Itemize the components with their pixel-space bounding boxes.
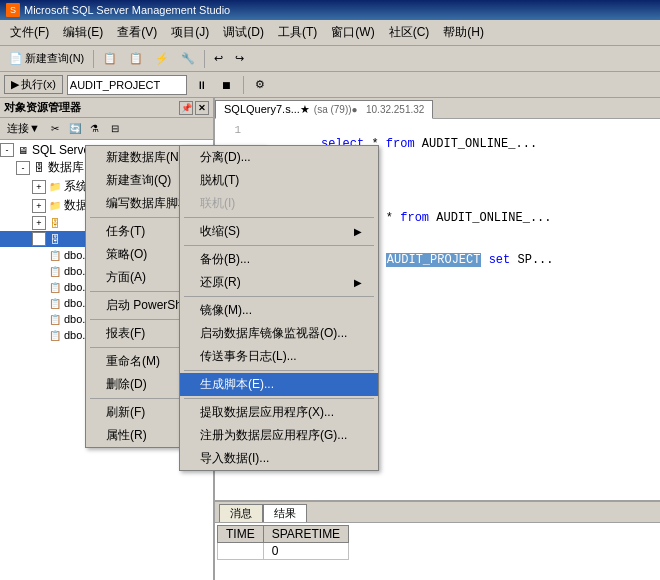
results-col-time: TIME (218, 526, 264, 543)
databases-label: 数据库 (48, 159, 84, 176)
results-tab-bar: 消息 结果 (215, 502, 660, 523)
toolbar-btn-4[interactable]: 🔧 (176, 49, 200, 68)
oe-toolbar: 连接▼ ✂ 🔄 ⚗ ⊟ (0, 118, 213, 140)
app-icon: S (6, 3, 20, 17)
query-toolbar: ▶ 执行(x) ⏸ ⏹ ⚙ (0, 72, 660, 98)
toolbar2-sep (243, 76, 244, 94)
sub-restore[interactable]: 还原(R) ▶ (180, 271, 378, 294)
sub-sep-3 (184, 296, 374, 297)
system-db-icon: 📁 (48, 180, 62, 194)
title-bar: S Microsoft SQL Server Management Studio (0, 0, 660, 20)
table-icon-3: 📋 (48, 280, 62, 294)
oe-filter-button[interactable]: ⚗ (86, 120, 104, 138)
main-toolbar: 📄 新建查询(N) 📋 📋 ⚡ 🔧 ↩ ↪ (0, 46, 660, 72)
menu-file[interactable]: 文件(F) (4, 22, 55, 43)
menu-project[interactable]: 项目(J) (165, 22, 215, 43)
results-tab-messages[interactable]: 消息 (219, 504, 263, 522)
sub-sep-2 (184, 245, 374, 246)
oe-title: 对象资源管理器 (4, 100, 81, 115)
menu-edit[interactable]: 编辑(E) (57, 22, 109, 43)
sub-generate-scripts[interactable]: 生成脚本(E)... (180, 373, 378, 396)
toolbar2-btn-2[interactable]: ⏹ (216, 76, 237, 94)
menu-community[interactable]: 社区(C) (383, 22, 436, 43)
sub-shrink[interactable]: 收缩(S) ▶ (180, 220, 378, 243)
results-tab-results[interactable]: 结果 (263, 504, 307, 522)
tasks-submenu: 分离(D)... 脱机(T) 联机(I) 收缩(S) ▶ 备份(B)... 还原… (179, 145, 379, 471)
oe-disconnect-button[interactable]: ✂ (46, 120, 64, 138)
sub-register-dac[interactable]: 注册为数据层应用程序(G)... (180, 424, 378, 447)
toolbar-btn-1[interactable]: 📋 (98, 49, 122, 68)
sql-tab-server: (sa (79))● 10.32.251.32 (314, 104, 425, 115)
toolbar-sep-1 (93, 50, 94, 68)
menu-window[interactable]: 窗口(W) (325, 22, 380, 43)
panel-close-button[interactable]: ✕ (195, 101, 209, 115)
toolbar-btn-6[interactable]: ↪ (230, 49, 249, 68)
databases-icon: 🗄 (32, 161, 46, 175)
oe-title-bar: 对象资源管理器 📌 ✕ (0, 98, 213, 118)
sub-restore-arrow: ▶ (354, 277, 362, 288)
sub-extract-dac[interactable]: 提取数据层应用程序(X)... (180, 401, 378, 424)
table-icon-5: 📋 (48, 312, 62, 326)
sub-import-data[interactable]: 导入数据(I)... (180, 447, 378, 470)
server-icon: 🖥 (16, 143, 30, 157)
oe-connect-label[interactable]: 连接▼ (3, 119, 44, 138)
table-icon-4: 📋 (48, 296, 62, 310)
sub-detach[interactable]: 分离(D)... (180, 146, 378, 169)
toolbar2-btn-3[interactable]: ⚙ (250, 75, 270, 94)
menu-tools[interactable]: 工具(T) (272, 22, 323, 43)
results-table: TIME SPARETIME 0 (217, 525, 349, 560)
sub-backup[interactable]: 备份(B)... (180, 248, 378, 271)
sub-online: 联机(I) (180, 192, 378, 215)
sub-sep-5 (184, 398, 374, 399)
server-toggle[interactable]: - (0, 143, 14, 157)
toolbar-btn-5[interactable]: ↩ (209, 49, 228, 68)
table-icon-1: 📋 (48, 248, 62, 262)
snapshot-icon: 📁 (48, 199, 62, 213)
menu-view[interactable]: 查看(V) (111, 22, 163, 43)
sub-monitor[interactable]: 启动数据库镜像监视器(O)... (180, 322, 378, 345)
execute-button[interactable]: ▶ 执行(x) (4, 75, 63, 94)
sub-log-ship[interactable]: 传送事务日志(L)... (180, 345, 378, 368)
databases-toggle[interactable]: - (16, 161, 30, 175)
sql-tab-active[interactable]: SQLQuery7.s...★ (sa (79))● 10.32.251.32 (215, 100, 433, 119)
toolbar-btn-2[interactable]: 📋 (124, 49, 148, 68)
sql-editor-tab-bar: SQLQuery7.s...★ (sa (79))● 10.32.251.32 (215, 98, 660, 119)
toolbar-sep-2 (204, 50, 205, 68)
new-query-icon: 📄 (9, 52, 23, 65)
results-cell-time (218, 543, 264, 560)
app-title: Microsoft SQL Server Management Studio (24, 4, 230, 16)
oe-collapse-button[interactable]: ⊟ (106, 120, 124, 138)
sub-sep-1 (184, 217, 374, 218)
snapshot-toggle[interactable]: + (32, 199, 46, 213)
menu-help[interactable]: 帮助(H) (437, 22, 490, 43)
db1-icon: 🗄 (48, 216, 62, 230)
db1-toggle[interactable]: + (32, 216, 46, 230)
new-query-button[interactable]: 📄 新建查询(N) (4, 48, 89, 69)
execute-icon: ▶ (11, 78, 19, 91)
results-cell-sparetime: 0 (263, 543, 348, 560)
results-row-1: 0 (218, 543, 349, 560)
oe-refresh-button[interactable]: 🔄 (66, 120, 84, 138)
sql-tab-filename: SQLQuery7.s...★ (224, 103, 310, 116)
toolbar-btn-3[interactable]: ⚡ (150, 49, 174, 68)
toolbar2-btn-1[interactable]: ⏸ (191, 76, 212, 94)
menu-debug[interactable]: 调试(D) (217, 22, 270, 43)
database-selector[interactable] (67, 75, 187, 95)
system-db-toggle[interactable]: + (32, 180, 46, 194)
table-icon-6: 📋 (48, 328, 62, 342)
sub-sep-4 (184, 370, 374, 371)
db2-icon: 🗄 (48, 232, 62, 246)
menu-bar: 文件(F) 编辑(E) 查看(V) 项目(J) 调试(D) 工具(T) 窗口(W… (0, 20, 660, 46)
watermark: https://blog.csdn.net/me_Jackyoyo (503, 565, 656, 576)
sub-offline[interactable]: 脱机(T) (180, 169, 378, 192)
sub-shrink-arrow: ▶ (354, 226, 362, 237)
panel-pin-button[interactable]: 📌 (179, 101, 193, 115)
sub-mirror[interactable]: 镜像(M)... (180, 299, 378, 322)
table-icon-2: 📋 (48, 264, 62, 278)
results-col-sparetime: SPARETIME (263, 526, 348, 543)
panel-title-actions: 📌 ✕ (179, 101, 209, 115)
db2-toggle[interactable]: - (32, 232, 46, 246)
